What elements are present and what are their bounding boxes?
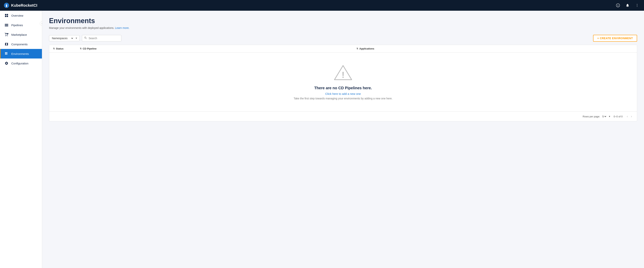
svg-rect-14: [5, 26, 8, 26]
next-page-button[interactable]: ›: [630, 114, 633, 119]
empty-state-icon: !: [334, 64, 353, 82]
sidebar-item-label-pipelines: Pipelines: [11, 23, 23, 27]
main-layout: ‹ Overview Pipelines: [0, 11, 644, 268]
overview-icon: [4, 13, 8, 17]
sidebar-item-label-environments: Environments: [11, 52, 29, 55]
app-title: KubeRocketCI: [11, 3, 37, 8]
notifications-button[interactable]: [624, 2, 630, 8]
svg-point-7: [637, 6, 638, 7]
svg-point-2: [6, 4, 7, 5]
empty-state: ! There are no CD Pipelines here. Click …: [49, 53, 637, 112]
namespace-selector[interactable]: Namespaces ▼: [49, 35, 80, 41]
subtitle-text: Manage your environments with deployed a…: [49, 26, 114, 29]
sidebar-item-configuration[interactable]: Configuration: [0, 58, 42, 68]
toolbar-left: Namespaces ▼: [49, 35, 121, 41]
svg-rect-8: [5, 14, 6, 15]
top-navigation: KubeRocketCI i: [0, 0, 644, 11]
sidebar-item-environments[interactable]: Environments: [0, 49, 42, 58]
empty-state-title: There are no CD Pipelines here.: [314, 86, 372, 90]
configuration-icon: [4, 61, 8, 65]
sidebar-item-label-components: Components: [11, 43, 28, 46]
svg-text:i: i: [618, 4, 618, 7]
svg-rect-13: [5, 25, 8, 25]
column-cd-pipeline[interactable]: ⇅ CD Pipeline: [80, 47, 356, 50]
components-icon: [4, 42, 8, 46]
svg-rect-11: [7, 16, 8, 17]
environments-icon: [4, 52, 8, 56]
column-pipeline-label: CD Pipeline: [83, 47, 96, 50]
add-new-link[interactable]: Click here to add a new one: [325, 92, 361, 95]
sidebar-item-overview[interactable]: Overview: [0, 11, 42, 20]
column-status-label: Status: [56, 47, 64, 50]
pagination-navigation: ‹ ›: [626, 114, 633, 119]
pagination-info: 0–0 of 0: [614, 115, 622, 118]
sort-icon-pipeline: ⇅: [80, 47, 82, 50]
page-subtitle: Manage your environments with deployed a…: [49, 26, 637, 29]
pipelines-icon: [4, 23, 8, 27]
sidebar-item-label-overview: Overview: [11, 14, 23, 17]
sidebar: ‹ Overview Pipelines: [0, 11, 42, 268]
svg-rect-9: [7, 14, 8, 15]
table-header: ⇅ Status ⇅ CD Pipeline ⇅ Applications: [49, 45, 637, 53]
sidebar-item-marketplace[interactable]: Marketplace: [0, 30, 42, 39]
create-env-label: + CREATE ENVIRONMENT: [597, 37, 633, 40]
svg-rect-12: [5, 24, 8, 24]
more-options-button[interactable]: [634, 2, 640, 8]
environments-table: ⇅ Status ⇅ CD Pipeline ⇅ Applications: [49, 45, 637, 121]
learn-more-link[interactable]: Learn more.: [115, 26, 130, 29]
pagination: Rows per page: 5 ▼ 0–0 of 0 ‹ ›: [49, 112, 637, 121]
namespace-dropdown[interactable]: Namespaces: [51, 36, 74, 40]
svg-rect-10: [5, 16, 6, 17]
sidebar-item-components[interactable]: Components: [0, 39, 42, 49]
prev-page-button[interactable]: ‹: [626, 114, 629, 119]
dropdown-arrow-icon: ▼: [75, 37, 78, 40]
svg-point-5: [637, 4, 638, 4]
column-status[interactable]: ⇅ Status: [53, 47, 80, 50]
search-icon: [84, 36, 87, 40]
search-box: [82, 35, 121, 41]
sidebar-item-label-marketplace: Marketplace: [11, 33, 27, 36]
sort-icon-status: ⇅: [53, 47, 55, 50]
sort-icon-applications: ⇅: [356, 47, 358, 50]
sidebar-item-label-configuration: Configuration: [11, 62, 28, 65]
info-button[interactable]: i: [615, 2, 621, 8]
svg-text:!: !: [342, 70, 344, 80]
create-environment-button[interactable]: + CREATE ENVIRONMENT: [593, 35, 637, 42]
search-input[interactable]: [89, 37, 119, 40]
empty-state-description: Take the first step towards managing you…: [294, 97, 392, 100]
column-applications-label: Applications: [359, 47, 374, 50]
marketplace-icon: [4, 32, 8, 37]
main-content: Environments Manage your environments wi…: [42, 11, 644, 268]
column-applications[interactable]: ⇅ Applications: [356, 47, 633, 50]
dropdown-rows-arrow: ▼: [608, 115, 610, 118]
sidebar-item-pipelines[interactable]: Pipelines: [0, 20, 42, 30]
rows-label: Rows per page:: [582, 115, 600, 118]
topnav-actions: i: [615, 2, 640, 8]
rows-per-page: Rows per page: 5 ▼: [582, 115, 610, 118]
page-title: Environments: [49, 17, 637, 25]
app-logo: KubeRocketCI: [4, 3, 615, 8]
rows-per-page-select[interactable]: 5: [602, 115, 607, 118]
svg-point-6: [637, 5, 638, 6]
toolbar: Namespaces ▼ + CREATE ENVIRONMENT: [49, 35, 637, 42]
